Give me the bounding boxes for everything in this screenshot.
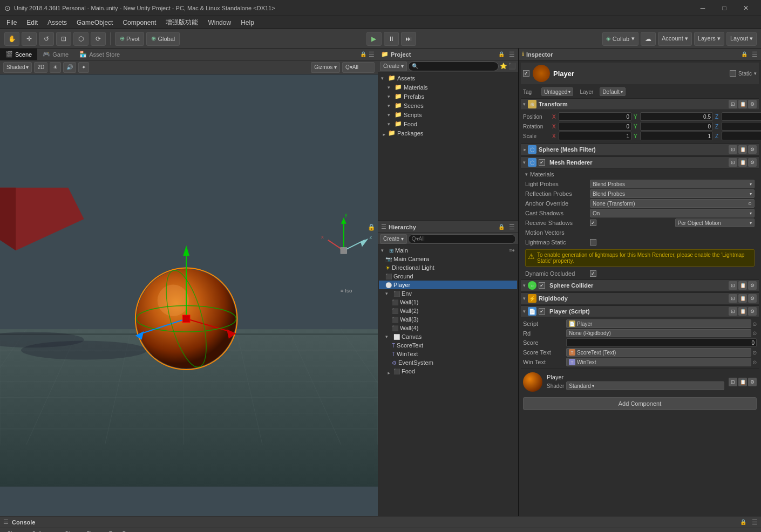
close-button[interactable]: ✕ bbox=[735, 0, 757, 16]
scale-x-field[interactable]: X bbox=[552, 132, 631, 140]
lightmap-static-checkbox[interactable] bbox=[590, 239, 596, 245]
sphere-collider-paste-btn[interactable]: 📋 bbox=[738, 281, 747, 290]
motion-vectors-dropdown[interactable]: Per Object Motion ▾ bbox=[675, 219, 755, 227]
layout-dropdown[interactable]: Layout ▾ bbox=[726, 32, 757, 46]
rigidbody-paste-btn[interactable]: 📋 bbox=[738, 294, 747, 303]
mesh-renderer-menu-btn[interactable]: ⚙ bbox=[748, 158, 757, 167]
player-script-paste-btn[interactable]: 📋 bbox=[738, 307, 747, 316]
mesh-filter-paste-btn[interactable]: 📋 bbox=[738, 145, 747, 154]
project-packages-folder[interactable]: ▾ 📁 Packages bbox=[379, 128, 517, 138]
mesh-renderer-header[interactable]: ▾ ⬡ ✓ Mesh Renderer ⊡ 📋 ⚙ bbox=[521, 156, 759, 168]
anchor-override-pick[interactable]: ⊙ bbox=[748, 201, 752, 206]
static-checkbox[interactable] bbox=[730, 70, 736, 77]
rd-pick-btn[interactable]: ⊙ bbox=[752, 330, 757, 336]
project-search-input[interactable] bbox=[408, 62, 499, 71]
scale-y-field[interactable]: Y bbox=[634, 132, 713, 140]
sphere-collider-enabled[interactable]: ✓ bbox=[539, 282, 545, 289]
win-text-pick-btn[interactable]: ⊙ bbox=[752, 359, 757, 365]
mesh-renderer-enabled-checkbox[interactable]: ✓ bbox=[539, 159, 545, 166]
rotation-z-input[interactable] bbox=[722, 122, 761, 131]
rect-tool-button[interactable]: ⬡ bbox=[73, 32, 89, 46]
play-button[interactable]: ▶ bbox=[366, 32, 382, 46]
scale-y-input[interactable] bbox=[640, 132, 713, 140]
mesh-renderer-copy-btn[interactable]: ⊡ bbox=[729, 158, 737, 167]
position-x-field[interactable]: X bbox=[552, 112, 631, 121]
win-text-ref-field[interactable]: T WinText bbox=[566, 358, 751, 366]
rotation-x-input[interactable] bbox=[559, 122, 631, 131]
hierarchy-item-scoretext[interactable]: T ScoreText bbox=[379, 341, 517, 350]
project-prefabs-folder[interactable]: ▾ 📁 Prefabs bbox=[379, 92, 517, 101]
minimize-button[interactable]: ─ bbox=[692, 0, 714, 16]
player-script-enabled[interactable]: ✓ bbox=[539, 308, 545, 315]
hierarchy-item-wall2[interactable]: ⬛ Wall(2) bbox=[379, 306, 517, 315]
lights-button[interactable]: ☀ bbox=[50, 62, 61, 73]
panel-options-icon[interactable]: ☰ bbox=[369, 51, 375, 58]
score-text-ref-field[interactable]: T ScoreText (Text) bbox=[566, 348, 751, 357]
scale-z-input[interactable] bbox=[722, 132, 761, 140]
hand-tool-button[interactable]: ✋ bbox=[4, 32, 19, 46]
transform-paste-btn[interactable]: 📋 bbox=[738, 100, 747, 108]
audio-button[interactable]: 🔊 bbox=[63, 62, 76, 73]
hierarchy-item-wintext[interactable]: T WinText bbox=[379, 350, 517, 358]
receive-shadows-checkbox[interactable]: ✓ bbox=[590, 220, 596, 226]
sphere-collider-header[interactable]: ▾ ○ ✓ Sphere Collider ⊡ 📋 ⚙ bbox=[521, 279, 759, 291]
menu-edit[interactable]: Edit bbox=[22, 18, 42, 28]
gizmos-dropdown[interactable]: Gizmos ▾ bbox=[311, 62, 340, 73]
menu-component[interactable]: Component bbox=[118, 18, 160, 28]
hierarchy-search-input[interactable] bbox=[408, 234, 516, 244]
script-ref-field[interactable]: 📄 Player bbox=[566, 319, 751, 328]
mesh-filter-menu-btn[interactable]: ⚙ bbox=[748, 145, 757, 154]
transform-copy-btn[interactable]: ⊡ bbox=[729, 100, 737, 108]
mesh-renderer-paste-btn[interactable]: 📋 bbox=[738, 158, 747, 167]
material-menu-btn[interactable]: ⚙ bbox=[748, 378, 757, 386]
hierarchy-create-button[interactable]: Create ▾ bbox=[380, 234, 407, 244]
script-pick-btn[interactable]: ⊙ bbox=[752, 321, 757, 327]
sphere-mesh-filter-header[interactable]: ▾ ⬡ Sphere (Mesh Filter) ⊡ 📋 ⚙ bbox=[521, 144, 759, 155]
hierarchy-item-env[interactable]: ▾ ⬛ Env bbox=[379, 289, 517, 298]
layer-dropdown[interactable]: Default ▾ bbox=[600, 87, 626, 96]
layers-dropdown[interactable]: Layers ▾ bbox=[694, 32, 724, 46]
transform-tool-button[interactable]: ⟳ bbox=[91, 32, 106, 46]
material-paste-btn[interactable]: 📋 bbox=[738, 378, 747, 386]
position-y-field[interactable]: Y bbox=[634, 112, 713, 121]
anchor-override-dropdown[interactable]: None (Transform) ⊙ bbox=[590, 199, 755, 208]
step-button[interactable]: ⏭ bbox=[401, 32, 416, 46]
score-input[interactable] bbox=[566, 338, 757, 347]
console-collapse-button[interactable]: Collapse bbox=[27, 529, 58, 533]
transform-component-header[interactable]: ▾ ⊕ Transform ⊡ 📋 ⚙ bbox=[521, 98, 759, 110]
position-z-field[interactable]: Z bbox=[715, 112, 761, 121]
menu-file[interactable]: File bbox=[2, 18, 21, 28]
light-probes-dropdown[interactable]: Blend Probes ▾ bbox=[590, 180, 755, 188]
tag-dropdown[interactable]: Untagged ▾ bbox=[541, 87, 573, 96]
hierarchy-item-main-camera[interactable]: 📷 Main Camera bbox=[379, 255, 517, 263]
transform-menu-btn[interactable]: ⚙ bbox=[748, 100, 757, 108]
hierarchy-item-wall1[interactable]: ⬛ Wall(1) bbox=[379, 298, 517, 306]
project-assets-folder[interactable]: ▾ 📁 Assets bbox=[379, 73, 517, 83]
player-script-copy-btn[interactable]: ⊡ bbox=[729, 307, 737, 316]
hierarchy-item-food[interactable]: ▾ ⬛ Food bbox=[379, 367, 517, 376]
scale-x-input[interactable] bbox=[559, 132, 631, 140]
hierarchy-item-player[interactable]: ⚪ Player bbox=[379, 281, 517, 289]
pivot-button[interactable]: ⊕ Pivot bbox=[115, 32, 144, 46]
rigidbody-header[interactable]: ▾ ⚡ Rigidbody ⊡ 📋 ⚙ bbox=[521, 292, 759, 304]
maximize-button[interactable]: □ bbox=[714, 0, 735, 16]
materials-expand-arrow[interactable]: ▾ bbox=[525, 172, 528, 177]
console-error-pause-button[interactable]: Error Pause bbox=[104, 529, 142, 533]
player-script-header[interactable]: ▾ 📄 ✓ Player (Script) ⊡ 📋 ⚙ bbox=[521, 305, 759, 317]
rotation-z-field[interactable]: Z bbox=[715, 122, 761, 131]
account-dropdown[interactable]: Account ▾ bbox=[658, 32, 692, 46]
sphere-collider-menu-btn[interactable]: ⚙ bbox=[748, 281, 757, 290]
add-component-button[interactable]: Add Component bbox=[523, 397, 757, 410]
tab-game[interactable]: 🎮 Game bbox=[37, 49, 74, 60]
tab-asset-store[interactable]: 🏪 Asset Store bbox=[74, 49, 125, 60]
inspector-options-icon[interactable]: ☰ bbox=[752, 51, 758, 58]
project-scenes-folder[interactable]: ▾ 📁 Scenes bbox=[379, 101, 517, 110]
rigidbody-copy-btn[interactable]: ⊡ bbox=[729, 294, 737, 303]
project-food-folder[interactable]: ▾ 📁 Food bbox=[379, 119, 517, 128]
search-scene[interactable]: Q▾All bbox=[342, 62, 375, 73]
pause-button[interactable]: ⏸ bbox=[384, 32, 399, 46]
position-x-input[interactable] bbox=[559, 112, 631, 121]
sphere-collider-copy-btn[interactable]: ⊡ bbox=[729, 281, 737, 290]
reflection-probes-dropdown[interactable]: Blend Probes ▾ bbox=[590, 189, 755, 198]
rotation-y-input[interactable] bbox=[640, 122, 713, 131]
